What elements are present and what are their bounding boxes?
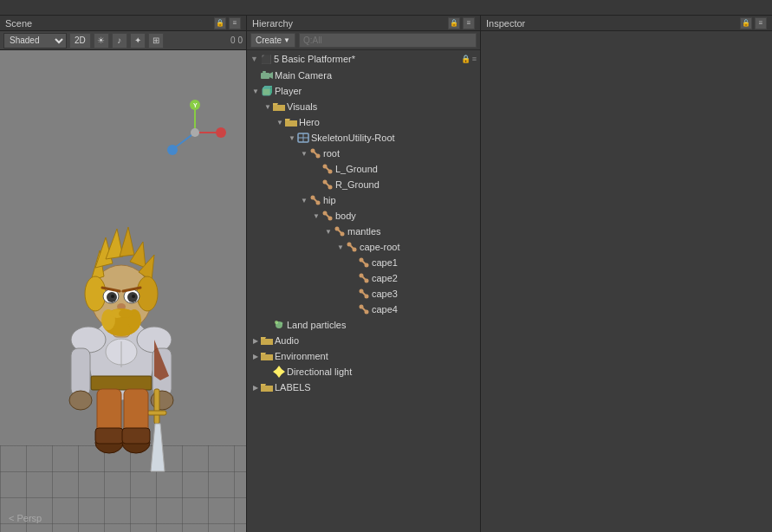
- tree-item-cape-root[interactable]: cape-root: [247, 239, 480, 255]
- hierarchy-panel: Hierarchy 🔒 ≡ Create ▼ ▼ ⬛ 5 Basic Platf…: [247, 16, 481, 532]
- create-button[interactable]: Create ▼: [250, 33, 295, 48]
- svg-line-88: [361, 276, 367, 281]
- svg-line-70: [325, 182, 330, 187]
- tree-item-mantles[interactable]: mantles: [247, 224, 480, 239]
- tree-item-audio[interactable]: Audio: [247, 333, 480, 348]
- project-title: 5 Basic Platformer*: [274, 54, 355, 64]
- hierarchy-lock-icon[interactable]: 🔒: [448, 17, 460, 29]
- hierarchy-panel-icons: 🔒 ≡: [448, 17, 475, 29]
- character-sprite: [26, 194, 217, 480]
- tree-item-cape1[interactable]: cape1: [247, 255, 480, 270]
- hierarchy-search-input[interactable]: [299, 33, 477, 48]
- svg-point-97: [281, 322, 283, 325]
- tree-item-label-body: body: [335, 211, 356, 221]
- svg-point-4: [216, 127, 226, 138]
- svg-rect-55: [263, 71, 266, 73]
- tree-item-label-player: Player: [275, 86, 302, 96]
- tree-item-main-camera[interactable]: Main Camera: [247, 68, 480, 83]
- tree-item-arrow-hip[interactable]: [299, 195, 309, 205]
- inspector-panel-icons: 🔒 ≡: [740, 17, 767, 29]
- scene-header: Scene 🔒 ≡: [0, 16, 246, 31]
- tree-item-label-visuals: Visuals: [287, 101, 317, 112]
- tree-item-l-ground[interactable]: L_Ground: [247, 161, 480, 177]
- tree-item-arrow-audio[interactable]: [250, 335, 261, 346]
- tree-item-player[interactable]: Player: [247, 83, 480, 99]
- gizmos-icon[interactable]: ⊞: [148, 33, 164, 49]
- inspector-menu-icon[interactable]: ≡: [755, 17, 767, 29]
- inspector-tab-label[interactable]: Inspector: [486, 18, 525, 29]
- title-menu-icon[interactable]: ≡: [472, 55, 477, 63]
- svg-rect-56: [263, 88, 270, 95]
- tree-item-body[interactable]: body: [247, 208, 480, 224]
- svg-point-7: [191, 128, 199, 137]
- tree-item-arrow-cape-root[interactable]: [335, 242, 346, 252]
- tree-item-arrow-root[interactable]: [299, 148, 309, 159]
- inspector-content: [481, 31, 772, 532]
- tree-item-icon-hip: [309, 194, 321, 206]
- hierarchy-tree: Main CameraPlayerVisualsHeroSkeletonUtil…: [247, 68, 480, 532]
- tree-item-label-land-particles: Land particles: [287, 320, 347, 330]
- svg-line-85: [361, 260, 367, 265]
- tree-item-arrow-skeleton-root[interactable]: [287, 133, 297, 143]
- hierarchy-tab-label[interactable]: Hierarchy: [252, 18, 293, 29]
- tree-item-icon-audio: [261, 334, 273, 347]
- scene-viewport[interactable]: Y: [0, 50, 246, 532]
- tree-item-cape3[interactable]: cape3: [247, 286, 480, 302]
- tree-item-skeleton-root[interactable]: SkeletonUtility-Root: [247, 130, 480, 146]
- tree-item-cape2[interactable]: cape2: [247, 270, 480, 286]
- scene-menu-icon[interactable]: ≡: [229, 17, 241, 29]
- svg-line-82: [349, 244, 354, 250]
- tree-item-cape4[interactable]: cape4: [247, 302, 480, 317]
- svg-marker-98: [273, 366, 285, 378]
- lighting-icon[interactable]: ☀: [94, 33, 109, 49]
- inspector-lock-icon[interactable]: 🔒: [740, 17, 752, 29]
- tree-item-r-ground[interactable]: R_Ground: [247, 177, 480, 192]
- hierarchy-title-bar: ▼ ⬛ 5 Basic Platformer* 🔒 ≡: [247, 50, 480, 68]
- tree-item-arrow-body[interactable]: [311, 211, 321, 221]
- title-bar-icons: 🔒 ≡: [461, 55, 477, 63]
- svg-text:Y: Y: [193, 102, 198, 108]
- tree-item-label-mantles: mantles: [347, 226, 381, 237]
- tree-item-label-cape3: cape3: [372, 289, 398, 299]
- svg-line-79: [337, 229, 342, 234]
- gizmo: Y: [160, 98, 230, 167]
- tree-item-arrow-visuals[interactable]: [263, 101, 273, 112]
- tree-item-hero[interactable]: Hero: [247, 114, 480, 130]
- scene-tab-label[interactable]: Scene: [5, 18, 32, 29]
- tree-item-labels[interactable]: LABELS: [247, 380, 480, 395]
- tree-item-icon-land-particles: [273, 319, 285, 331]
- tree-item-label-cape4: cape4: [372, 304, 398, 315]
- svg-point-15: [69, 391, 92, 410]
- hierarchy-menu-icon[interactable]: ≡: [463, 17, 475, 29]
- tree-item-environment[interactable]: Environment: [247, 348, 480, 364]
- tree-item-icon-cape1: [358, 256, 370, 269]
- scene-lock-icon[interactable]: 🔒: [214, 17, 226, 29]
- title-lock-icon[interactable]: 🔒: [461, 55, 470, 63]
- tree-item-label-hero: Hero: [299, 117, 320, 127]
- tree-item-land-particles[interactable]: Land particles: [247, 317, 480, 333]
- tree-item-directional-light[interactable]: Directional light: [247, 364, 480, 380]
- tree-item-visuals[interactable]: Visuals: [247, 99, 480, 114]
- audio-icon[interactable]: ♪: [112, 33, 127, 49]
- tree-item-arrow-environment[interactable]: [250, 351, 261, 361]
- tree-item-icon-cape3: [358, 288, 370, 300]
- tree-item-root[interactable]: root: [247, 146, 480, 161]
- tree-item-label-directional-light: Directional light: [287, 367, 352, 377]
- effects-icon[interactable]: ✦: [130, 33, 146, 49]
- tree-item-hip[interactable]: hip: [247, 192, 480, 208]
- shade-select[interactable]: Shaded Wireframe: [3, 33, 67, 49]
- tree-item-arrow-labels[interactable]: [250, 382, 261, 393]
- svg-rect-18: [147, 411, 166, 415]
- tree-item-label-cape2: cape2: [372, 273, 398, 283]
- 2d-button[interactable]: 2D: [69, 33, 91, 49]
- tree-item-label-l-ground: L_Ground: [335, 164, 378, 174]
- tree-item-arrow-hero[interactable]: [275, 117, 285, 127]
- tree-item-icon-cape2: [358, 272, 370, 284]
- tree-item-label-cape-root: cape-root: [360, 242, 399, 252]
- tree-item-arrow-mantles[interactable]: [323, 226, 334, 237]
- tree-item-label-cape1: cape1: [372, 257, 398, 268]
- persp-label: < Persp: [9, 513, 42, 523]
- tree-item-icon-hero: [285, 116, 297, 128]
- svg-point-49: [119, 309, 133, 318]
- tree-item-arrow-player[interactable]: [250, 86, 261, 96]
